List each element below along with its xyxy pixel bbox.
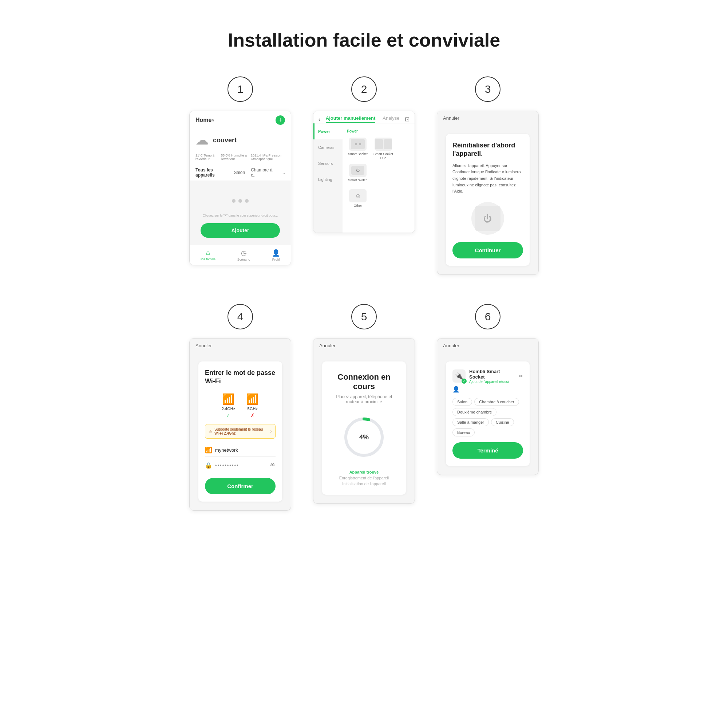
s5-steps-list: Appareil trouvé Enregistrement de l'appa… <box>329 470 399 486</box>
step-1-col: 1 Home ∨ + ☁ couvert 11°C Temp à l'extér… <box>189 76 291 275</box>
s4-title: Entrer le mot de passe Wi-Fi <box>205 369 275 386</box>
s1-nav-tabs: Tous les appareils Salon Chambre à c... … <box>190 165 291 181</box>
back-icon[interactable]: ‹ <box>318 116 320 123</box>
s1-weather-label: couvert <box>213 136 237 144</box>
s2-left-menu: Power Cameras Sensors Lighting <box>314 123 343 232</box>
step-6-number: 6 <box>475 304 500 329</box>
s5-cancel-label[interactable]: Annuler <box>319 343 336 348</box>
s2-category-section: Power Cameras Sensors Lighting Power <box>314 123 414 232</box>
step-4-number: 4 <box>228 304 253 329</box>
s6-device-info: Hombli Smart Socket Ajout de l'appareil … <box>469 369 515 384</box>
s1-weather: ☁ couvert <box>190 128 291 152</box>
check-2g-icon: ✓ <box>226 412 230 418</box>
s6-done-btn[interactable]: Terminé <box>453 442 523 459</box>
s2-device-icon-3: ⏻ <box>349 164 367 177</box>
s6-room-salon[interactable]: Salon <box>453 398 472 406</box>
s3-cancel-header: Annuler <box>437 111 538 125</box>
power-icon: ⏻ <box>483 213 492 223</box>
s6-socket-icon: 🔌 <box>455 372 463 380</box>
s2-tab-analyse[interactable]: Analyse <box>382 115 399 123</box>
s4-freq-5g: 📶 5GHz ✗ <box>246 393 259 418</box>
s4-cancel-label[interactable]: Annuler <box>196 343 212 348</box>
s2-menu-power[interactable]: Power <box>314 123 343 139</box>
s2-device-label-1: Smart Socket <box>348 152 368 156</box>
profile-icon: 👤 <box>272 249 280 257</box>
s2-menu-lighting[interactable]: Lighting <box>314 171 343 187</box>
s1-nav-profil[interactable]: 👤 Profil <box>272 249 280 262</box>
s4-confirm-btn[interactable]: Confirmer <box>205 478 275 494</box>
eye-icon[interactable]: 👁 <box>270 462 275 468</box>
s4-5g-label: 5GHz <box>248 407 258 411</box>
s6-device-name: Hombli Smart Socket <box>469 369 515 380</box>
s1-stat-temp: 11°C Temp à l'extérieur <box>196 154 217 161</box>
s5-progress-ring: 4% <box>342 415 386 459</box>
s3-continue-btn[interactable]: Continuer <box>453 242 523 258</box>
s2-device-label-2: Smart Socket Duo <box>372 152 394 160</box>
s4-password-row[interactable]: 🔒 •••••••••• 👁 <box>205 459 275 472</box>
s1-home-label: Home <box>196 117 211 123</box>
s3-content: Réinitialiser d'abord l'appareil. Allume… <box>446 134 530 266</box>
s1-stat-humid: 55.0% Humidité à l'extérieur <box>221 154 247 161</box>
s4-freq-2g: 📶 2.4GHz ✓ <box>222 393 235 418</box>
s2-menu-sensors[interactable]: Sensors <box>314 155 343 171</box>
step-2-number: 2 <box>351 76 377 102</box>
s1-bottom-nav: ⌂ Ma famille ◷ Scénario 👤 Profil <box>190 245 291 265</box>
s6-success-label: Ajout de l'appareil réussi <box>469 380 515 384</box>
step-4-col: 4 Annuler Entrer le mot de passe Wi-Fi 📶… <box>189 304 291 511</box>
step-5-number: 5 <box>351 304 377 329</box>
step-6-col: 6 Annuler 🔌 ✓ Hombli Smart Socket Ajout … <box>437 304 539 511</box>
s6-room-chambre[interactable]: Chambre à coucher <box>474 398 519 406</box>
s1-dot-1 <box>232 199 236 203</box>
s3-device-image: ⏻ <box>471 202 504 235</box>
s1-nav-scenario[interactable]: ◷ Scénario <box>237 249 251 262</box>
s3-device-icon: ⏻ <box>475 206 500 231</box>
s5-step-2: Enregistrement de l'appareil <box>329 476 399 480</box>
steps-row-bottom: 4 Annuler Entrer le mot de passe Wi-Fi 📶… <box>189 304 539 511</box>
s2-right-content: Power Smart Socket <box>343 123 414 232</box>
s4-warning: ⚠ Supporte seulement le réseau Wi-Fi 2.4… <box>205 424 275 439</box>
socket-shape-2a <box>375 139 383 149</box>
s2-other-label: Other <box>354 204 362 208</box>
edit-icon[interactable]: ✏ <box>519 373 523 379</box>
s4-network-row[interactable]: 📶 mynetwork <box>205 444 275 457</box>
s1-nav-famille[interactable]: ⌂ Ma famille <box>200 249 216 262</box>
s1-dots <box>190 181 291 214</box>
s6-device-row: 🔌 ✓ Hombli Smart Socket Ajout de l'appar… <box>453 369 523 384</box>
s4-wifi-freqs: 📶 2.4GHz ✓ 📶 5GHz ✗ <box>205 393 275 418</box>
lock-icon: 🔒 <box>205 462 212 469</box>
s6-room-salle[interactable]: Salle à manger <box>453 418 489 426</box>
s2-device-other[interactable]: ⊕ Other <box>347 189 369 208</box>
s1-ajouter-btn[interactable]: Ajouter <box>200 223 280 238</box>
s2-menu-cameras[interactable]: Cameras <box>314 139 343 155</box>
scan-icon[interactable]: ⊡ <box>405 116 410 123</box>
s1-tab-all[interactable]: Tous les appareils <box>196 167 228 177</box>
s1-add-btn[interactable]: + <box>275 115 285 125</box>
s1-hint-text: Cliquez sur le "+" dans le coin supérieu… <box>190 214 291 223</box>
socket-shape-2b <box>384 139 392 149</box>
s1-nav-scenario-label: Scénario <box>237 258 251 262</box>
step-4-screen: Annuler Entrer le mot de passe Wi-Fi 📶 2… <box>189 338 291 511</box>
s2-device-smart-socket[interactable]: Smart Socket <box>347 138 369 160</box>
s2-tab-manual[interactable]: Ajouter manuellement <box>326 115 376 123</box>
s2-device-smart-switch[interactable]: ⏻ Smart Switch <box>347 164 369 182</box>
s6-room-bureau[interactable]: Bureau <box>453 428 475 436</box>
s3-cancel-label[interactable]: Annuler <box>443 115 459 121</box>
user-assign-icon: 👤 <box>453 386 460 393</box>
s1-dot-2 <box>239 199 242 203</box>
s2-device-smart-socket-duo[interactable]: Smart Socket Duo <box>372 138 394 160</box>
s1-tab-salon[interactable]: Salon <box>234 170 245 175</box>
steps-row-top: 1 Home ∨ + ☁ couvert 11°C Temp à l'extér… <box>189 76 539 275</box>
s6-room-cuisine[interactable]: Cuisine <box>491 418 514 426</box>
socket-shape-1 <box>351 139 365 149</box>
s1-tab-more[interactable]: ... <box>281 170 285 175</box>
home-icon: ⌂ <box>206 249 210 257</box>
dropdown-icon: ∨ <box>211 118 215 123</box>
s6-cancel-label[interactable]: Annuler <box>443 343 459 348</box>
s6-room-deuxieme[interactable]: Deuxième chambre <box>453 408 497 416</box>
s4-cancel-header: Annuler <box>190 338 291 353</box>
s2-top-tabs: Ajouter manuellement Analyse <box>323 115 402 123</box>
wifi-icon: 📶 <box>205 447 212 454</box>
s1-stat-pressure: 1011.4 hPa Pression Atmosphérique <box>251 154 285 161</box>
s4-password-field[interactable]: •••••••••• <box>215 463 267 468</box>
s1-tab-chambre[interactable]: Chambre à c... <box>251 167 275 177</box>
